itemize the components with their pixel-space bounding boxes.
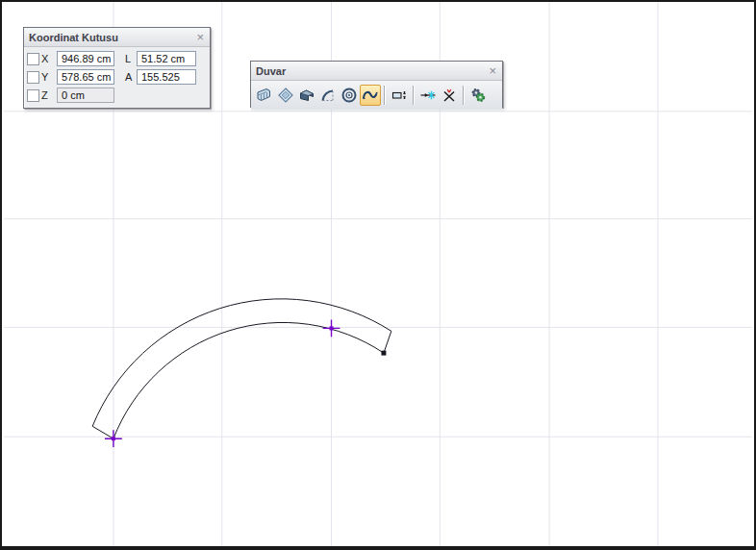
wall-settings-icon [469,87,487,104]
x-axis-label: X [39,53,57,64]
wall-toolbar-panel: Duvar × [250,61,503,108]
curved-wall-outline [92,299,391,438]
wall-intersect-button[interactable] [417,85,439,106]
x-lock-checkbox[interactable] [27,53,39,65]
coordinate-box-panel: Koordinat Kutusu × X 946.89 cm L 51.52 c… [23,27,211,109]
point-marker-center [112,437,115,440]
point-marker-center [330,326,334,330]
coord-row-x: X 946.89 cm L 51.52 cm [27,51,205,66]
wall-dimension-icon [391,87,408,104]
close-icon[interactable]: × [195,31,205,43]
toolbar-separator [413,86,415,105]
polygon-wall-icon [277,87,294,104]
length-label: L [125,53,137,64]
circular-wall-button[interactable] [339,85,360,106]
y-value-field[interactable]: 578.65 cm [57,69,114,85]
wall-toolbar-title: Duvar [256,65,286,77]
polygon-wall-button[interactable] [275,85,296,106]
cad-viewport: Koordinat Kutusu × X 946.89 cm L 51.52 c… [0,0,756,550]
curved-wall-icon [362,87,379,104]
corner-wall-button[interactable] [296,85,317,106]
wall-toolbar-titlebar[interactable]: Duvar × [251,62,502,81]
angle-label: A [125,71,137,83]
coordinate-box-title: Koordinat Kutusu [29,32,118,43]
toolbar-separator [384,86,386,105]
curved-wall-button[interactable] [360,85,381,106]
coord-row-y: Y 578.65 cm A 155.525 [27,69,205,85]
wall-endpoint-handle [381,351,386,356]
coordinate-rows: X 946.89 cm L 51.52 cm Y 578.65 cm A 155… [24,47,210,106]
wall-break-button[interactable] [439,85,460,106]
wall-break-icon [441,87,458,104]
length-value-field[interactable]: 51.52 cm [137,51,196,66]
wall-intersect-icon [419,87,437,104]
straight-wall-icon [256,87,273,104]
wall-toolbar-buttons [251,81,502,110]
close-icon[interactable]: × [488,64,497,77]
y-axis-label: Y [39,71,57,83]
circular-wall-icon [340,87,358,104]
wall-dimension-button[interactable] [389,85,410,106]
corner-wall-icon [298,87,315,104]
toolbar-separator [463,86,465,105]
z-lock-checkbox[interactable] [27,89,39,102]
y-lock-checkbox[interactable] [27,71,39,84]
arc-wall-icon [319,87,337,104]
angle-value-field[interactable]: 155.525 [137,69,196,85]
coord-row-z: Z 0 cm [27,88,205,103]
arc-wall-button[interactable] [317,85,339,106]
wall-settings-button[interactable] [467,85,489,106]
x-value-field[interactable]: 946.89 cm [57,51,114,66]
z-value-field: 0 cm [57,88,114,103]
coordinate-box-titlebar[interactable]: Koordinat Kutusu × [24,28,210,47]
straight-wall-button[interactable] [254,85,275,106]
z-axis-label: Z [39,89,57,101]
